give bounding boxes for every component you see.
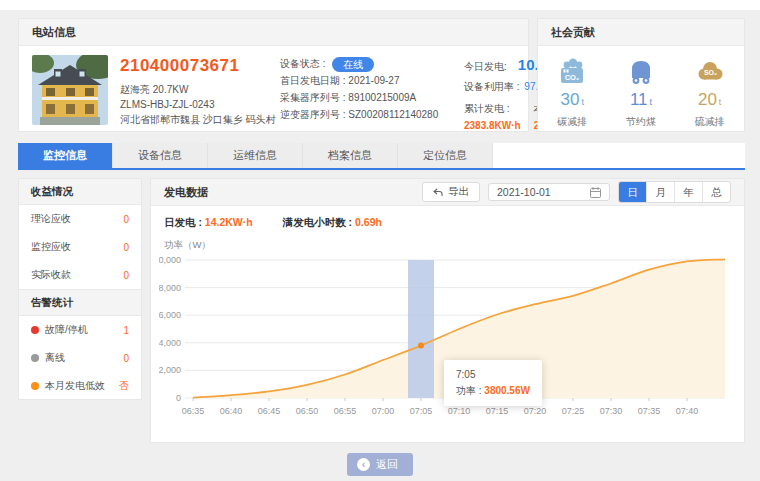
today-generation-label: 今日发电: [464, 61, 507, 72]
range-year-button[interactable]: 年 [675, 182, 703, 202]
coal-saved-value: 11 [630, 90, 648, 109]
svg-text:07:05: 07:05 [410, 406, 433, 416]
theoretical-receivable-value: 0 [123, 214, 129, 225]
chart-tooltip: 7:05 功率 : 3800.56W [444, 360, 542, 406]
svg-text:07:20: 07:20 [524, 406, 547, 416]
so2-reduction-value: 20 [698, 90, 717, 109]
inverter-serial-label: 逆变器序列号 : [280, 109, 346, 120]
tab-location-info[interactable]: 定位信息 [398, 143, 493, 168]
so2-reduction-unit: t [719, 97, 722, 107]
collector-serial-label: 采集器序列号 : [280, 92, 346, 103]
svg-text:CO₂: CO₂ [565, 73, 580, 82]
calendar-icon [590, 187, 601, 198]
tooltip-time: 7:05 [456, 367, 530, 383]
back-chevron-icon: ‹ [357, 458, 370, 471]
tooltip-power-value: 3800.56W [484, 385, 530, 396]
co2-reduction-label: 碳减排 [542, 115, 602, 129]
range-segmented-control: 日 月 年 总 [618, 181, 731, 203]
svg-text:07:35: 07:35 [638, 406, 661, 416]
power-curve-chart[interactable]: 02,0004,0006,0008,00010,00006:3506:4006:… [159, 252, 738, 428]
low-efficiency-value: 否 [119, 379, 129, 393]
coal-saved-label: 节约煤 [611, 115, 671, 129]
revenue-row-actual: 实际收款 0 [19, 261, 141, 289]
so2-reduction-label: 硫减排 [680, 115, 740, 129]
svg-text:06:35: 06:35 [182, 406, 205, 416]
social-contribution-panel: 社会贡献 CO₂ 30t 碳减排 [537, 18, 745, 132]
alarm-row-low-efficiency: 本月发电低效 否 [19, 372, 141, 400]
first-gen-date-value: 2021-09-27 [348, 75, 399, 86]
full-gen-hours-value: 0.69h [355, 216, 382, 228]
actual-received-label: 实际收款 [31, 268, 71, 282]
tab-bar: 监控信息 设备信息 运维信息 档案信息 定位信息 [18, 143, 745, 170]
monitored-receivable-label: 监控应收 [31, 240, 71, 254]
svg-text:07:00: 07:00 [372, 406, 395, 416]
range-total-button[interactable]: 总 [703, 182, 730, 202]
station-device-code: ZLMS-HBJ-ZJL-0243 [120, 97, 268, 112]
station-info-panel: 电站信息 2104 [18, 18, 529, 132]
full-gen-hours-label: 满发电小时数 : [283, 216, 352, 228]
svg-text:10,000: 10,000 [159, 255, 181, 265]
alarm-section-title: 告警统计 [19, 289, 141, 316]
offline-status-dot [31, 354, 39, 362]
svg-text:06:45: 06:45 [258, 406, 281, 416]
generation-data-panel: 发电数据 导出 2021-10-01 日 月 年 [150, 178, 745, 443]
svg-text:6,000: 6,000 [159, 310, 181, 320]
svg-text:06:55: 06:55 [334, 406, 357, 416]
co2-reduction-value: 30 [561, 90, 580, 109]
fault-status-dot [31, 326, 39, 334]
co2-reduction-unit: t [582, 97, 585, 107]
range-day-button[interactable]: 日 [619, 182, 647, 202]
back-button[interactable]: ‹ 返回 [347, 453, 413, 476]
revenue-row-theoretical: 理论应收 0 [19, 205, 141, 233]
svg-text:07:10: 07:10 [448, 406, 471, 416]
total-generation-label: 累计发电 : [464, 102, 521, 116]
date-picker[interactable]: 2021-10-01 [488, 183, 610, 201]
co2-factory-icon: CO₂ [542, 56, 602, 88]
svg-text:2,000: 2,000 [159, 365, 181, 375]
house-photo-illustration [32, 55, 108, 125]
export-arrow-icon [433, 188, 443, 197]
coal-saved-unit: t [650, 97, 653, 107]
station-address: 河北省邯郸市魏县 沙口集乡 码头村 [120, 112, 268, 127]
export-button[interactable]: 导出 [422, 182, 480, 202]
coal-truck-icon [611, 56, 671, 88]
tooltip-power-label: 功率 : [456, 385, 482, 396]
y-axis-title: 功率（W） [151, 230, 744, 252]
station-panel-title: 电站信息 [19, 19, 528, 46]
fault-stop-label: 故障/停机 [45, 323, 123, 337]
svg-text:0: 0 [176, 393, 181, 403]
revenue-row-monitored: 监控应收 0 [19, 233, 141, 261]
low-efficiency-label: 本月发电低效 [45, 379, 119, 393]
svg-text:07:30: 07:30 [600, 406, 623, 416]
total-generation-value: 2383.8KW·h [464, 120, 521, 131]
utilization-label: 设备利用率 : [464, 81, 520, 92]
actual-received-value: 0 [123, 270, 129, 281]
date-picker-value: 2021-10-01 [497, 186, 551, 198]
social-panel-title: 社会贡献 [538, 19, 744, 46]
range-month-button[interactable]: 月 [647, 182, 675, 202]
online-status-badge: 在线 [332, 57, 374, 72]
alarm-row-fault: 故障/停机 1 [19, 316, 141, 344]
tab-operation-info[interactable]: 运维信息 [208, 143, 303, 168]
daily-generation-label: 日发电 : [164, 216, 202, 228]
fault-stop-value: 1 [123, 325, 129, 336]
svg-text:SO₂: SO₂ [704, 69, 717, 76]
tab-monitoring-info[interactable]: 监控信息 [18, 143, 113, 168]
tab-device-info[interactable]: 设备信息 [113, 143, 208, 168]
daily-generation-value: 14.2KW·h [205, 216, 253, 228]
station-photo [32, 55, 108, 125]
station-id: 210400073671 [120, 56, 268, 76]
chart-panel-title: 发电数据 [164, 185, 208, 200]
first-gen-date-label: 首日发电日期 : [280, 75, 346, 86]
so2-cloud-icon: SO₂ [680, 56, 740, 88]
revenue-section-title: 收益情况 [19, 179, 141, 205]
top-strip [0, 0, 760, 10]
back-button-label: 返回 [376, 457, 398, 472]
offline-label: 离线 [45, 351, 123, 365]
tab-archive-info[interactable]: 档案信息 [303, 143, 398, 168]
station-owner: 赵海亮 20.7KW [120, 82, 268, 97]
export-button-label: 导出 [448, 185, 469, 199]
svg-text:07:40: 07:40 [676, 406, 699, 416]
svg-text:06:50: 06:50 [296, 406, 319, 416]
svg-text:06:40: 06:40 [220, 406, 243, 416]
